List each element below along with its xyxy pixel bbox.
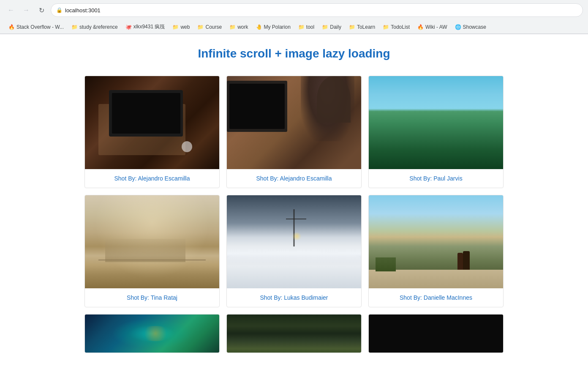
image-caption-4: Shot By: Tina Rataj: [85, 288, 219, 307]
bookmark-github[interactable]: 🐙 xlkx9431 疯筏: [122, 22, 169, 32]
forward-button[interactable]: →: [20, 4, 32, 16]
bookmark-label-web: web: [180, 24, 190, 30]
image-grid: Shot By: Alejandro Escamilla Shot By: Al…: [0, 69, 588, 314]
bookmark-icon-course: 📁: [197, 24, 204, 30]
image-card-2: Shot By: Alejandro Escamilla: [226, 76, 362, 188]
bookmark-showcase[interactable]: 🌐 Showcase: [452, 23, 490, 31]
bookmark-stackoverflow[interactable]: 🔥 Stack Overflow - W...: [5, 23, 67, 31]
page-title: Infinite scroll + image lazy loading: [0, 34, 588, 69]
image-placeholder-3: [369, 76, 503, 169]
bookmark-label-stackoverflow: Stack Overflow - W...: [16, 24, 64, 30]
bookmark-label-todolist: TodoList: [391, 24, 410, 30]
bookmark-label-wiki: Wiki - AW: [425, 24, 447, 30]
bookmark-course[interactable]: 📁 Course: [194, 23, 225, 31]
bookmark-icon-polarion: 🤚: [256, 24, 262, 30]
bookmark-label-showcase: Showcase: [463, 24, 486, 30]
image-caption-2: Shot By: Alejandro Escamilla: [227, 169, 361, 188]
bookmarks-bar: 🔥 Stack Overflow - W... 📁 study &referen…: [0, 20, 588, 34]
bookmark-todolist[interactable]: 📁 TodoList: [379, 23, 413, 31]
browser-chrome: ← → ↻ 🔒 localhost:3001 🔥 Stack Overflow …: [0, 0, 588, 34]
image-card-partial-9: [368, 314, 504, 353]
bookmark-icon-todolist: 📁: [383, 24, 389, 30]
bookmark-icon-web: 📁: [172, 24, 179, 30]
bookmark-icon-wiki: 🔥: [417, 24, 424, 30]
bookmark-icon-showcase: 🌐: [455, 24, 461, 30]
image-partial-8: [227, 315, 361, 353]
image-placeholder-2: [227, 76, 361, 169]
image-placeholder-6: [369, 195, 503, 288]
bookmark-icon-study: 📁: [71, 24, 78, 30]
image-card-partial-7: [84, 314, 220, 353]
bookmark-icon-work: 📁: [229, 24, 236, 30]
image-caption-1: Shot By: Alejandro Escamilla: [85, 169, 219, 188]
image-card-3: Shot By: Paul Jarvis: [368, 76, 504, 188]
bookmark-work[interactable]: 📁 work: [226, 23, 251, 31]
bookmark-wiki[interactable]: 🔥 Wiki - AW: [414, 23, 451, 31]
url-text: localhost:3001: [65, 7, 101, 14]
bookmark-icon-tolearn: 📁: [349, 24, 355, 30]
bookmark-label-study: study &reference: [79, 24, 118, 30]
image-placeholder-1: [85, 76, 219, 169]
bookmark-icon-stackoverflow: 🔥: [8, 24, 15, 30]
bookmark-label-github: xlkx9431 疯筏: [133, 23, 165, 30]
bookmark-icon-daily: 📁: [322, 24, 328, 30]
bookmark-label-course: Course: [205, 24, 222, 30]
image-grid-partial: [0, 314, 588, 360]
image-card-1: Shot By: Alejandro Escamilla: [84, 76, 220, 188]
image-card-5: Shot By: Lukas Budimaier: [226, 195, 362, 307]
bookmark-label-tolearn: ToLearn: [357, 24, 375, 30]
bookmark-tolearn[interactable]: 📁 ToLearn: [346, 23, 378, 31]
image-placeholder-5: [227, 195, 361, 288]
image-caption-3: Shot By: Paul Jarvis: [369, 169, 503, 188]
bookmark-daily[interactable]: 📁 Daily: [318, 23, 345, 31]
image-partial-9: [369, 315, 503, 353]
image-card-4: Shot By: Tina Rataj: [84, 195, 220, 307]
image-partial-7: [85, 315, 219, 353]
image-caption-6: Shot By: Danielle MacInnes: [369, 288, 503, 307]
bookmark-label-daily: Daily: [330, 24, 341, 30]
image-caption-5: Shot By: Lukas Budimaier: [227, 288, 361, 307]
bookmark-icon-github: 🐙: [125, 24, 132, 30]
back-button[interactable]: ←: [5, 4, 17, 16]
bookmark-label-polarion: My Polarion: [264, 24, 291, 30]
image-card-partial-8: [226, 314, 362, 353]
bookmark-icon-tool: 📁: [298, 24, 305, 30]
browser-nav: ← → ↻ 🔒 localhost:3001: [0, 0, 588, 20]
image-placeholder-4: [85, 195, 219, 288]
reload-button[interactable]: ↻: [35, 4, 47, 16]
image-card-6: Shot By: Danielle MacInnes: [368, 195, 504, 307]
bookmark-web[interactable]: 📁 web: [169, 23, 193, 31]
bookmark-polarion[interactable]: 🤚 My Polarion: [253, 23, 294, 31]
bookmark-tool[interactable]: 📁 tool: [295, 23, 318, 31]
page-content: Infinite scroll + image lazy loading Sho…: [0, 34, 588, 383]
address-bar[interactable]: 🔒 localhost:3001: [51, 3, 583, 17]
lock-icon: 🔒: [56, 7, 63, 13]
bookmark-study[interactable]: 📁 study &reference: [68, 23, 121, 31]
bookmark-label-tool: tool: [306, 24, 314, 30]
bookmark-label-work: work: [237, 24, 248, 30]
